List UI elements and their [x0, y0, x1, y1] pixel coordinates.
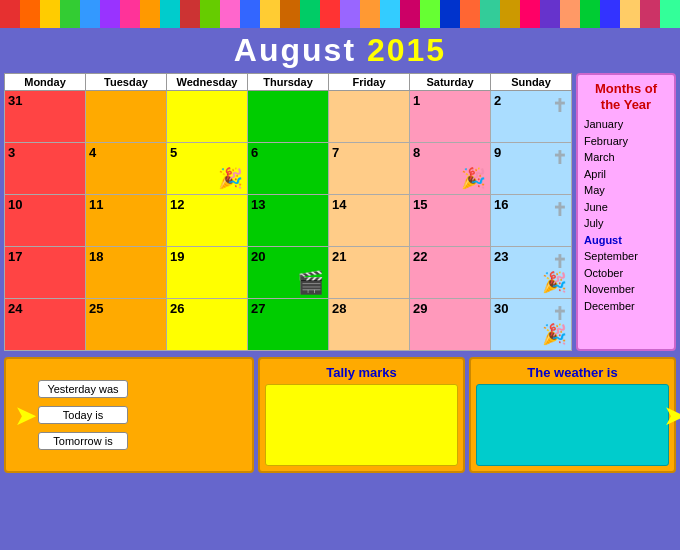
pencil-1	[20, 0, 40, 28]
date-number: 10	[8, 197, 22, 212]
table-row: 27	[248, 299, 329, 351]
date-number: 25	[89, 301, 103, 316]
col-sunday: Sunday	[491, 74, 572, 91]
pencil-12	[240, 0, 260, 28]
sidebar-month-item[interactable]: April	[584, 166, 668, 183]
main-area: Monday Tuesday Wednesday Thursday Friday…	[0, 71, 680, 353]
col-thursday: Thursday	[248, 74, 329, 91]
date-number: 30	[494, 301, 508, 316]
tally-box	[265, 384, 458, 466]
date-number: 19	[170, 249, 184, 264]
cross-icon: ✝	[552, 199, 567, 221]
table-row: 29	[410, 299, 491, 351]
pencil-25	[500, 0, 520, 28]
pencil-27	[540, 0, 560, 28]
table-row: 3	[5, 143, 86, 195]
tally-title: Tally marks	[326, 365, 397, 380]
sidebar-month-item[interactable]: November	[584, 281, 668, 298]
pencil-29	[580, 0, 600, 28]
month-label: August	[234, 32, 356, 68]
yesterday-row: Yesterday was	[38, 380, 244, 398]
pencil-11	[220, 0, 240, 28]
header: August 2015	[0, 28, 680, 71]
sidebar-month-item[interactable]: February	[584, 133, 668, 150]
pencil-16	[320, 0, 340, 28]
date-number: 26	[170, 301, 184, 316]
today-row: Today is	[38, 406, 244, 424]
col-friday: Friday	[329, 74, 410, 91]
date-number: 18	[89, 249, 103, 264]
calendar-table: Monday Tuesday Wednesday Thursday Friday…	[4, 73, 572, 351]
date-number: 4	[89, 145, 96, 160]
date-number: 28	[332, 301, 346, 316]
party-hat-icon: 🎉	[542, 322, 567, 346]
table-row: 20🎬	[248, 247, 329, 299]
pencil-23	[460, 0, 480, 28]
table-row: 21	[329, 247, 410, 299]
table-row: 19	[167, 247, 248, 299]
pencil-10	[200, 0, 220, 28]
date-number: 5	[170, 145, 177, 160]
tally-panel: Tally marks	[258, 357, 465, 473]
pencil-bar	[0, 0, 680, 28]
pencil-2	[40, 0, 60, 28]
year-label: 2015	[367, 32, 446, 68]
table-row: 18	[86, 247, 167, 299]
date-number: 3	[8, 145, 15, 160]
date-number: 7	[332, 145, 339, 160]
pencil-21	[420, 0, 440, 28]
sidebar-month-item[interactable]: September	[584, 248, 668, 265]
weather-box	[476, 384, 669, 466]
pencil-9	[180, 0, 200, 28]
date-number: 1	[413, 93, 420, 108]
table-row: 31	[5, 91, 86, 143]
date-number: 29	[413, 301, 427, 316]
sidebar-month-item[interactable]: October	[584, 265, 668, 282]
pencil-13	[260, 0, 280, 28]
table-row: 5🎉	[167, 143, 248, 195]
left-arrow-icon: ➤	[14, 399, 37, 432]
pencil-22	[440, 0, 460, 28]
pencil-18	[360, 0, 380, 28]
table-row: 23✝🎉	[491, 247, 572, 299]
tomorrow-button[interactable]: Tomorrow is	[38, 432, 128, 450]
cross-icon: ✝	[552, 95, 567, 117]
pencil-19	[380, 0, 400, 28]
pencil-17	[340, 0, 360, 28]
sidebar-month-item[interactable]: January	[584, 116, 668, 133]
date-number: 9	[494, 145, 501, 160]
pencil-32	[640, 0, 660, 28]
bottom-left-panel: ➤ Yesterday was Today is Tomorrow is	[4, 357, 254, 473]
pencil-6	[120, 0, 140, 28]
sidebar-month-item[interactable]: July	[584, 215, 668, 232]
date-number: 13	[251, 197, 265, 212]
sidebar-month-item[interactable]: March	[584, 149, 668, 166]
table-row: 8🎉	[410, 143, 491, 195]
sidebar-month-item[interactable]: August	[584, 232, 668, 249]
weather-panel: The weather is ➤	[469, 357, 676, 473]
table-row: 14	[329, 195, 410, 247]
date-number: 20	[251, 249, 265, 264]
pencil-28	[560, 0, 580, 28]
pencil-33	[660, 0, 680, 28]
date-number: 12	[170, 197, 184, 212]
sidebar-month-item[interactable]: December	[584, 298, 668, 315]
pencil-20	[400, 0, 420, 28]
page-title: August 2015	[234, 32, 446, 68]
sidebar-month-item[interactable]: May	[584, 182, 668, 199]
date-number: 15	[413, 197, 427, 212]
pencil-0	[0, 0, 20, 28]
table-row: 22	[410, 247, 491, 299]
right-arrow-icon: ➤	[663, 399, 680, 432]
date-number: 31	[8, 93, 22, 108]
pencil-4	[80, 0, 100, 28]
pencil-5	[100, 0, 120, 28]
table-row: 24	[5, 299, 86, 351]
today-button[interactable]: Today is	[38, 406, 128, 424]
yesterday-button[interactable]: Yesterday was	[38, 380, 128, 398]
col-saturday: Saturday	[410, 74, 491, 91]
table-row: 30✝🎉	[491, 299, 572, 351]
sidebar-month-item[interactable]: June	[584, 199, 668, 216]
table-row: 10	[5, 195, 86, 247]
date-number: 21	[332, 249, 346, 264]
